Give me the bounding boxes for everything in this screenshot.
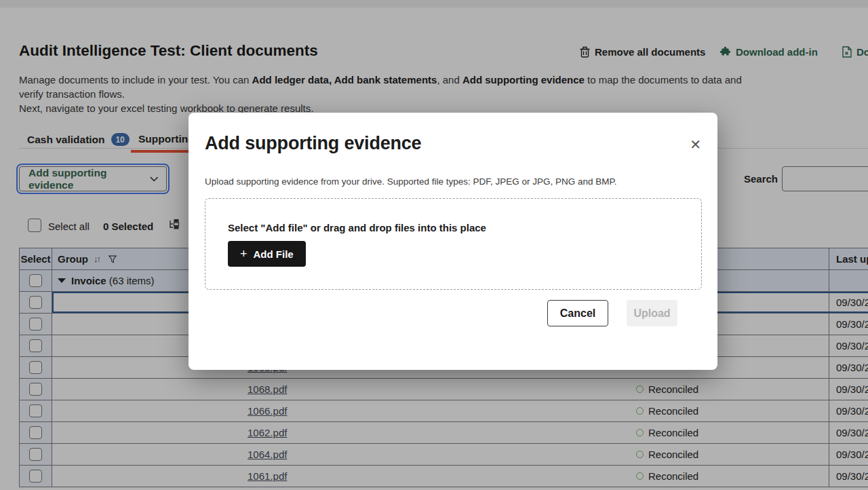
app-window: Audit Intelligence Test: Client document… xyxy=(0,0,868,490)
add-supporting-evidence-dialog: Add supporting evidence ✕ Upload support… xyxy=(189,113,717,370)
cancel-button[interactable]: Cancel xyxy=(547,300,608,326)
plus-icon: + xyxy=(240,247,248,261)
upload-button[interactable]: Upload xyxy=(627,300,677,326)
close-icon[interactable]: ✕ xyxy=(690,138,701,151)
dialog-title: Add supporting evidence xyxy=(205,133,421,154)
file-dropzone[interactable]: Select "Add file" or drag and drop files… xyxy=(205,198,702,290)
add-file-button[interactable]: + Add File xyxy=(228,241,306,267)
dropzone-instructions: Select "Add file" or drag and drop files… xyxy=(228,222,486,233)
add-file-label: Add File xyxy=(254,248,294,260)
dialog-description: Upload supporting evidence from your dri… xyxy=(205,176,617,187)
